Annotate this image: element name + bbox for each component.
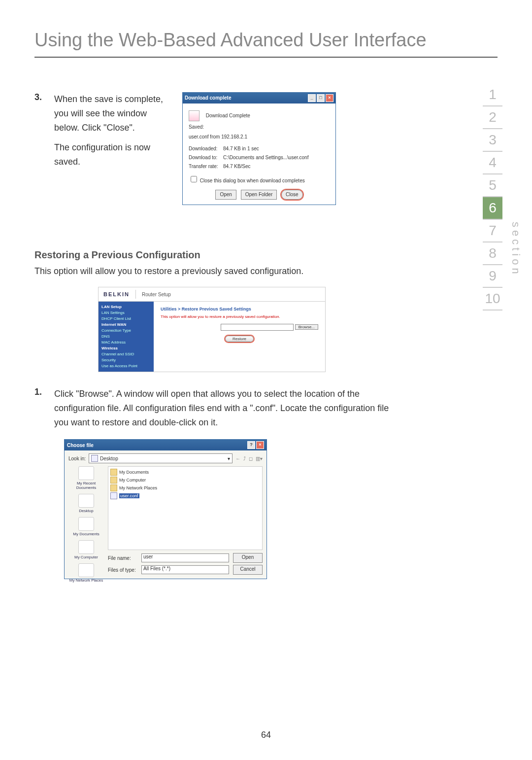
place-recent[interactable]: My Recent Documents [68,466,104,490]
dl-heading: Download Complete [206,113,250,118]
nav-2[interactable]: 2 [483,106,502,129]
maximize-icon[interactable]: □ [317,94,325,102]
nav-4[interactable]: 4 [483,152,502,174]
step1-text: Click "Browse". A window will open that … [54,387,389,429]
step3-text-a: When the save is complete, you will see … [54,92,172,135]
nav-conn-type[interactable]: Connection Type [101,328,151,334]
close-button[interactable]: Close [281,190,303,200]
nav-wireless[interactable]: Wireless [101,345,151,351]
place-desktop[interactable]: Desktop [68,494,104,513]
dl-rate-label: Transfer rate: [189,163,223,171]
nav-1[interactable]: 1 [483,84,502,106]
nav-6[interactable]: 6 [483,197,502,220]
filetype-select[interactable]: All Files (*.*) [141,565,229,574]
nav-dns[interactable]: DNS [101,334,151,340]
belkin-file-input[interactable] [221,324,294,331]
chevron-down-icon: ▾ [228,456,230,461]
folder-icon [110,469,117,476]
step1-number: 1. [34,387,54,397]
browse-button[interactable]: Browse... [295,324,318,330]
nav-5[interactable]: 5 [483,174,502,197]
nav-3[interactable]: 3 [483,129,502,152]
nav-security[interactable]: Security [101,357,151,363]
file-userconf[interactable]: user.conf [110,492,260,499]
page-number: 64 [0,730,532,740]
download-icon [189,110,200,121]
help-icon[interactable]: ? [247,441,255,449]
dl-saved-label: Saved: [189,123,330,131]
belkin-sidebar: LAN Setup LAN Settings DHCP Client List … [99,302,154,372]
close-icon[interactable]: × [326,94,333,102]
desktop-icon [91,455,98,462]
dl-downloaded-value: 84.7 KB in 1 sec [223,145,330,153]
page-title: Using the Web-Based Advanced User Interf… [34,30,498,58]
file-icon [110,492,117,499]
cancel-button[interactable]: Cancel [233,565,263,575]
belkin-logo: BELKIN [103,291,130,297]
section-nav: 1 2 3 4 5 6 7 8 9 10 section [473,84,512,311]
step3-text-b: The configuration is now saved. [54,140,172,169]
dl-checkbox-label: Close this dialog box when download comp… [200,178,305,183]
minimize-icon[interactable]: _ [308,94,316,102]
nav-dhcp[interactable]: DHCP Client List [101,316,151,322]
up-icon[interactable]: ⤴ [243,456,246,461]
computer-icon [110,477,117,484]
section-label: section [509,222,522,277]
restore-heading: Restoring a Previous Configuration [34,249,389,261]
restore-desc: This option will allow you to restore a … [34,265,389,278]
lookin-select[interactable]: Desktop ▾ [89,453,233,463]
back-icon[interactable]: ← [235,456,240,461]
nav-10[interactable]: 10 [483,288,502,311]
download-complete-dialog: Download complete _ □ × Down [182,92,336,205]
dl-title: Download complete [185,94,231,102]
nav-7[interactable]: 7 [483,220,502,242]
nav-use-ap[interactable]: Use as Access Point [101,363,151,369]
dl-downloaded-label: Downloaded: [189,145,223,153]
place-mydocs[interactable]: My Documents [68,517,104,536]
open-button[interactable]: Open [215,190,236,200]
nav-wan[interactable]: Internet WAN [101,322,151,328]
open-folder-button[interactable]: Open Folder [241,190,277,200]
dl-rate-value: 84.7 KB/Sec [223,163,330,171]
place-mycomp[interactable]: My Computer [68,540,104,559]
file-mydocs[interactable]: My Documents [110,469,260,476]
step3-number: 3. [34,92,54,103]
file-mycomp[interactable]: My Computer [110,477,260,484]
nav-channel[interactable]: Channel and SSID [101,351,151,357]
file-list[interactable]: My Documents My Computer My Network Plac… [108,466,263,550]
restore-button[interactable]: Restore [225,336,254,342]
new-folder-icon[interactable]: ◻ [249,456,253,461]
dl-saved-value: user.conf from 192.168.2.1 [189,133,330,141]
nav-lan-setup[interactable]: LAN Setup [101,304,151,310]
views-icon[interactable]: ▥▾ [256,456,263,461]
belkin-desc: This option will allow you to restore a … [161,314,318,319]
dl-close-checkbox[interactable] [191,176,197,182]
belkin-title: Router Setup [142,292,171,297]
choose-title: Choose file [67,443,94,448]
dl-downloadto-label: Download to: [189,154,223,162]
belkin-router-panel: BELKIN Router Setup LAN Setup LAN Settin… [98,287,326,372]
dl-downloadto-value: C:\Documents and Settings...\user.conf [223,154,330,162]
place-mynet[interactable]: My Network Places [68,563,104,583]
lookin-value: Desktop [100,456,118,461]
filename-label: File name: [108,555,137,561]
belkin-breadcrumb: Utilities > Restore Previous Saved Setti… [161,307,318,311]
nav-8[interactable]: 8 [483,242,502,265]
network-icon [110,484,117,491]
file-mynet[interactable]: My Network Places [110,484,260,491]
nav-9[interactable]: 9 [483,265,502,288]
filename-input[interactable]: user [141,553,229,562]
close-icon[interactable]: × [256,441,264,449]
nav-mac[interactable]: MAC Address [101,340,151,345]
filetype-label: Files of type: [108,567,137,573]
nav-lan-settings[interactable]: LAN Settings [101,310,151,316]
lookin-label: Look in: [68,456,86,461]
open-button[interactable]: Open [233,553,263,563]
choose-file-dialog: Choose file ? × Look in: Desktop ▾ ← [64,439,267,579]
